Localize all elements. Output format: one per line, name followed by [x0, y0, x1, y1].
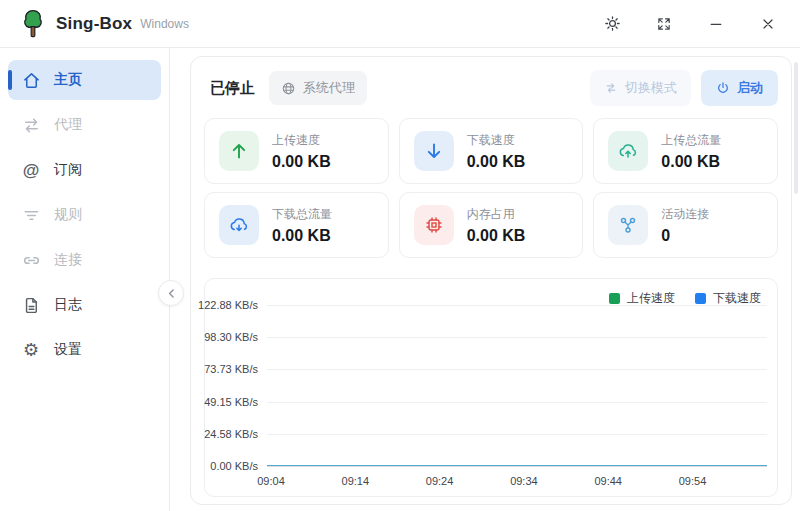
- sidebar-item-connections[interactable]: 连接: [8, 240, 161, 280]
- app-title: Sing-Box: [56, 14, 132, 34]
- stat-label: 活动连接: [661, 206, 709, 223]
- y-tick-label: 49.15 KB/s: [204, 396, 258, 408]
- sidebar-item-subscription[interactable]: @ 订阅: [8, 150, 161, 190]
- sidebar-item-label: 代理: [54, 116, 82, 134]
- power-icon: [716, 81, 730, 95]
- stat-value: 0.00 KB: [467, 227, 526, 245]
- cloud-upload-icon: [608, 131, 648, 171]
- y-tick-label: 24.58 KB/s: [204, 428, 258, 440]
- sidebar-item-settings[interactable]: ⚙ 设置: [8, 330, 161, 370]
- sidebar: 主页 代理 @ 订阅 规则: [0, 48, 170, 511]
- app-logo-tree-icon: [20, 9, 46, 39]
- stats-grid: 上传速度 0.00 KB 下载速度 0.00 KB: [204, 118, 778, 258]
- arrow-up-icon: [219, 131, 259, 171]
- sidebar-item-home[interactable]: 主页: [8, 60, 161, 100]
- status-row: 已停止 系统代理: [204, 70, 778, 106]
- document-icon: [21, 296, 41, 315]
- expand-icon: [656, 16, 672, 32]
- switch-mode-button[interactable]: 切换模式: [590, 70, 691, 106]
- stat-card-download-speed: 下载速度 0.00 KB: [399, 118, 584, 184]
- start-button[interactable]: 启动: [701, 70, 778, 106]
- swap-icon: [604, 81, 618, 95]
- legend-swatch: [695, 293, 706, 304]
- y-tick-label: 73.73 KB/s: [204, 363, 258, 375]
- arrow-down-icon: [414, 131, 454, 171]
- stat-value: 0.00 KB: [661, 153, 721, 171]
- stat-value: 0.00 KB: [467, 153, 526, 171]
- fullscreen-button[interactable]: [646, 9, 682, 39]
- x-tick-label: 09:44: [594, 475, 622, 487]
- sidebar-item-logs[interactable]: 日志: [8, 285, 161, 325]
- chevron-left-icon: [165, 287, 178, 300]
- stat-value: 0.00 KB: [272, 227, 332, 245]
- dashboard-panel: 已停止 系统代理: [190, 56, 792, 505]
- sidebar-item-label: 日志: [54, 296, 82, 314]
- stat-label: 上传总流量: [661, 132, 721, 149]
- app-subtitle: Windows: [140, 17, 189, 31]
- link-icon: [21, 251, 41, 270]
- sidebar-collapse-button[interactable]: [158, 280, 184, 306]
- y-tick-label: 98.30 KB/s: [204, 331, 258, 343]
- stat-label: 内存占用: [467, 206, 526, 223]
- sidebar-item-label: 主页: [54, 71, 82, 89]
- chart-series: [267, 305, 767, 466]
- theme-toggle-button[interactable]: [594, 9, 630, 39]
- stat-value: 0: [661, 227, 709, 245]
- active-indicator: [8, 70, 12, 90]
- y-tick-label: 122.88 KB/s: [198, 299, 258, 311]
- sidebar-item-label: 规则: [54, 206, 82, 224]
- titlebar: Sing-Box Windows: [0, 0, 800, 48]
- chip-icon: [414, 205, 454, 245]
- status-actions: 切换模式 启动: [590, 70, 778, 106]
- globe-icon: [281, 81, 296, 96]
- sidebar-item-rules[interactable]: 规则: [8, 195, 161, 235]
- sidebar-item-label: 订阅: [54, 161, 82, 179]
- stat-card-upload-speed: 上传速度 0.00 KB: [204, 118, 389, 184]
- start-label: 启动: [737, 79, 763, 97]
- chart-legend: 上传速度下载速度: [609, 290, 761, 307]
- stat-card-active-connections: 活动连接 0: [593, 192, 778, 258]
- minimize-icon: [708, 16, 724, 32]
- x-tick-label: 09:34: [510, 475, 538, 487]
- legend-label: 下载速度: [713, 290, 761, 307]
- home-icon: [21, 71, 41, 90]
- gear-icon: ⚙: [21, 341, 41, 359]
- at-sign-icon: @: [21, 162, 41, 179]
- x-axis-line: [267, 466, 767, 467]
- x-tick-label: 09:54: [679, 475, 707, 487]
- proxy-mode-label: 系统代理: [303, 79, 355, 97]
- proxy-mode-badge: 系统代理: [269, 71, 367, 105]
- traffic-chart-card: 上传速度下载速度 122.88 KB/s98.30 KB/s73.73 KB/s…: [204, 278, 778, 497]
- swap-arrows-icon: [21, 116, 41, 135]
- legend-label: 上传速度: [627, 290, 675, 307]
- stat-card-download-total: 下载总流量 0.00 KB: [204, 192, 389, 258]
- stat-value: 0.00 KB: [272, 153, 331, 171]
- x-tick-label: 09:24: [426, 475, 454, 487]
- network-icon: [608, 205, 648, 245]
- stat-card-upload-total: 上传总流量 0.00 KB: [593, 118, 778, 184]
- switch-mode-label: 切换模式: [625, 79, 677, 97]
- x-tick-label: 09:04: [257, 475, 285, 487]
- legend-swatch: [609, 293, 620, 304]
- sidebar-item-proxy[interactable]: 代理: [8, 105, 161, 145]
- stat-label: 下载总流量: [272, 206, 332, 223]
- stat-label: 下载速度: [467, 132, 526, 149]
- legend-item[interactable]: 下载速度: [695, 290, 761, 307]
- app-body: 主页 代理 @ 订阅 规则: [0, 48, 800, 511]
- x-tick-label: 09:14: [342, 475, 370, 487]
- main-content: 已停止 系统代理: [170, 48, 800, 511]
- window-controls: [594, 9, 786, 39]
- filter-icon: [21, 206, 41, 225]
- close-icon: [760, 16, 776, 32]
- chart-plot: 122.88 KB/s98.30 KB/s73.73 KB/s49.15 KB/…: [267, 305, 767, 466]
- close-button[interactable]: [750, 9, 786, 39]
- minimize-button[interactable]: [698, 9, 734, 39]
- legend-item[interactable]: 上传速度: [609, 290, 675, 307]
- sidebar-item-label: 连接: [54, 251, 82, 269]
- sidebar-item-label: 设置: [54, 341, 82, 359]
- cloud-download-icon: [219, 205, 259, 245]
- kernel-status-text: 已停止: [210, 79, 255, 98]
- stat-card-memory: 内存占用 0.00 KB: [399, 192, 584, 258]
- scrollbar-thumb[interactable]: [794, 62, 798, 194]
- stat-label: 上传速度: [272, 132, 331, 149]
